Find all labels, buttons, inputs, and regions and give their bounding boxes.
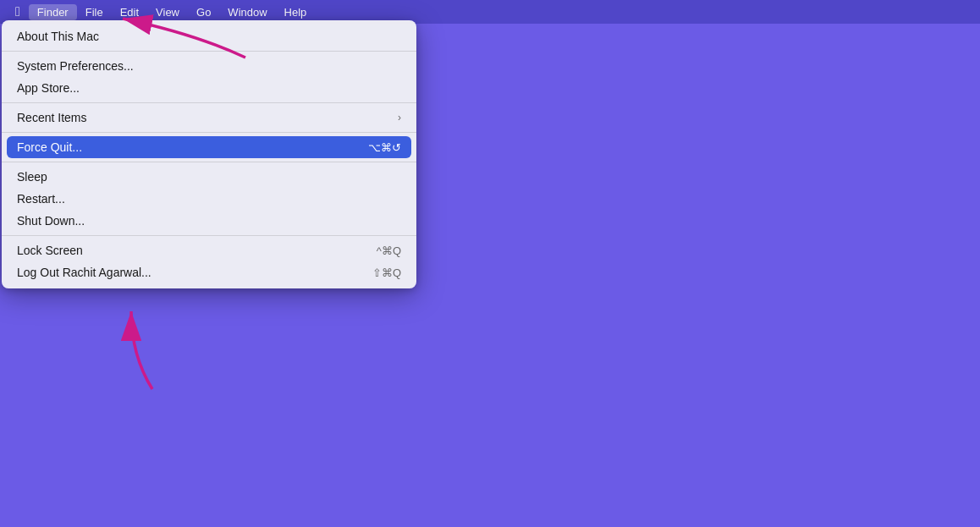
menu-item-restart[interactable]: Restart... [2, 188, 416, 210]
menubar-view[interactable]: View [147, 4, 188, 20]
menu-item-shutdown[interactable]: Shut Down... [2, 210, 416, 232]
logout-shortcut: ⇧⌘Q [372, 266, 401, 279]
menu-item-recent-items[interactable]: Recent Items › [2, 107, 416, 129]
menu-item-app-store[interactable]: App Store... [2, 77, 416, 99]
menu-item-about[interactable]: About This Mac [2, 25, 416, 47]
apple-dropdown-menu: About This Mac System Preferences... App… [2, 20, 416, 288]
menu-item-lock-screen[interactable]: Lock Screen ^⌘Q [2, 239, 416, 261]
menu-item-sleep[interactable]: Sleep [2, 166, 416, 188]
menubar-go[interactable]: Go [188, 4, 219, 20]
menu-separator-3 [2, 132, 416, 133]
menu-separator-1 [2, 51, 416, 52]
menu-item-system-prefs[interactable]: System Preferences... [2, 55, 416, 77]
apple-menu-button[interactable]:  [7, 3, 29, 21]
menubar-window[interactable]: Window [219, 4, 275, 20]
lock-screen-shortcut: ^⌘Q [377, 244, 401, 257]
chevron-right-icon: › [398, 112, 401, 124]
menubar-finder[interactable]: Finder [29, 4, 77, 20]
menu-separator-4 [2, 162, 416, 162]
force-quit-shortcut: ⌥⌘↺ [368, 141, 401, 154]
menubar-help[interactable]: Help [276, 4, 316, 20]
menu-item-logout[interactable]: Log Out Rachit Agarwal... ⇧⌘Q [2, 261, 416, 283]
menubar-file[interactable]: File [77, 4, 112, 20]
menu-separator-2 [2, 102, 416, 103]
menu-separator-5 [2, 235, 416, 236]
menu-item-force-quit[interactable]: Force Quit... ⌥⌘↺ [7, 136, 411, 158]
menubar-edit[interactable]: Edit [112, 4, 147, 20]
